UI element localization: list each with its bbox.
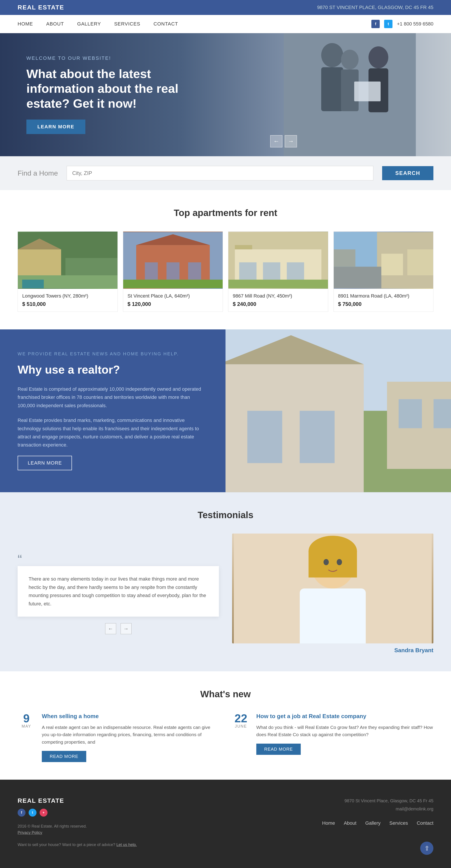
svg-rect-18 [166,262,179,280]
footer-left: REAL ESTATE f t + 2016 © Real Estate. Al… [18,797,219,847]
testimonials-wrapper: Testimonials “ There are so many element… [0,492,451,671]
footer-nav-services[interactable]: Services [389,820,408,826]
apartment-name-3: 9867 Mill Road (NY, 450m²) [233,293,323,299]
read-more-button-2[interactable]: READ MORE [256,744,301,755]
search-button[interactable]: SEARCH [382,166,433,180]
testimonials-right: Sandra Bryant [232,533,433,654]
nav-services[interactable]: SERVICES [114,21,140,27]
main-nav: HOME ABOUT GALLERY SERVICES CONTACT f t … [0,15,451,33]
site-address: 9870 ST VINCENT PLACE, GLASGOW, DC 45 FR… [317,5,433,10]
apartments-grid: Longwood Towers (NY, 280m²) $ 510,000 St… [18,231,433,312]
nav-home[interactable]: HOME [18,21,33,27]
nav-right: f t +1 800 559 6580 [371,20,433,28]
footer-nav-contact[interactable]: Contact [417,820,433,826]
hero-prev-button[interactable]: ← [270,135,282,148]
footer-facebook-icon[interactable]: f [18,809,26,816]
testimonials-title: Testimonials [18,510,433,520]
search-input[interactable] [67,166,373,180]
apartment-image-1 [18,231,117,289]
news-day-2: 22 [232,713,250,724]
news-title-1: When selling a home [42,713,219,720]
apartment-card-3[interactable]: 9867 Mill Road (NY, 450m²) $ 240,000 [228,231,328,312]
facebook-icon[interactable]: f [371,20,380,28]
top-bar: REAL ESTATE 9870 ST VINCENT PLACE, GLASG… [0,0,451,15]
svg-rect-32 [381,254,403,275]
apartment-name-2: St Vincent Place (LA, 640m²) [128,293,219,299]
footer-privacy-link[interactable]: Privacy Policy [18,830,42,835]
read-more-button-1[interactable]: READ MORE [42,751,86,762]
footer-email: mail@demolink.org [232,806,433,811]
svg-point-1 [321,43,343,67]
realtor-heading: Why use a realtor? [18,363,208,376]
testimonial-prev-button[interactable]: ← [105,623,116,634]
hero-heading: What about the latest information about … [26,66,180,111]
footer-twitter-icon[interactable]: t [29,809,36,816]
realtor-text-1: Real Estate is comprised of approximatel… [18,385,208,410]
footer: REAL ESTATE f t + 2016 © Real Estate. Al… [0,780,451,868]
apartment-image-2 [123,231,223,289]
apartment-price-1: $ 510,000 [22,301,113,307]
news-content-2: How to get a job at Real Estate company … [256,713,433,762]
apartment-image-3 [228,231,328,289]
realtor-text-2: Real Estate provides brand marks, market… [18,416,208,449]
svg-point-3 [341,50,359,69]
svg-rect-2 [321,67,343,111]
news-section: What's new 9 MAY When selling a home A r… [0,671,451,780]
news-grid: 9 MAY When selling a home A real estate … [18,713,433,762]
testimonials-section: Testimonials “ There are so many element… [0,492,451,671]
svg-rect-30 [334,267,381,288]
footer-right: 9870 St Vincent Place, Glasgow, DC 45 Fr… [232,797,433,847]
hero-section: WELCOME TO OUR WEBSITE! What about the l… [0,33,451,156]
footer-nav-gallery[interactable]: Gallery [365,820,380,826]
footer-brand: REAL ESTATE [18,797,219,804]
hero-arrows: ← → [270,135,297,148]
news-date-1: 9 MAY [18,713,35,762]
nav-contact[interactable]: CONTACT [153,21,178,27]
svg-rect-41 [399,399,422,428]
apartment-card-4[interactable]: 8901 Marmora Road (LA, 480m²) $ 750,000 [334,231,433,312]
testimonial-nav: ← → [18,623,219,634]
realtor-learn-more-button[interactable]: LEARN MORE [18,456,72,470]
apartment-name-4: 8901 Marmora Road (LA, 480m²) [338,293,429,299]
apartment-price-2: $ 120,000 [128,301,219,307]
svg-rect-13 [22,280,44,288]
testimonial-person-image [232,533,433,644]
hero-learn-more-button[interactable]: LEARN MORE [26,120,85,134]
twitter-icon[interactable]: t [384,20,393,28]
apartment-info-2: St Vincent Place (LA, 640m²) $ 120,000 [123,289,223,312]
apartments-section: Top apartments for rent Longwood Towers … [0,190,451,330]
footer-address: 9870 St Vincent Place, Glasgow, DC 45 Fr… [232,797,433,804]
apartment-card-1[interactable]: Longwood Towers (NY, 280m²) $ 510,000 [18,231,118,312]
news-text-1: A real estate agent can be an indispensa… [42,724,219,746]
nav-about[interactable]: ABOUT [46,21,64,27]
person-svg [232,533,433,644]
testimonial-next-button[interactable]: → [120,623,132,634]
footer-nav-home[interactable]: Home [322,820,335,826]
svg-rect-36 [225,364,364,492]
search-label: Find a Home [18,169,58,177]
footer-nav-about[interactable]: About [344,820,357,826]
back-to-top-button[interactable]: ⇧ [420,842,433,855]
quote-mark: “ [18,553,219,566]
testimonial-person-name: Sandra Bryant [232,647,433,654]
hero-welcome-text: WELCOME TO OUR WEBSITE! [26,55,180,61]
apartment-card-2[interactable]: St Vincent Place (LA, 640m²) $ 120,000 [123,231,223,312]
realtor-tag: WE PROVIDE REAL ESTATE NEWS AND HOME BUY… [18,351,208,356]
testimonial-quote: There are so many elements today in our … [29,575,208,608]
footer-top: REAL ESTATE f t + 2016 © Real Estate. Al… [18,797,433,847]
footer-instagram-icon[interactable]: + [39,809,48,816]
footer-tagline-link[interactable]: Let us help. [116,842,137,847]
apartment-price-3: $ 240,000 [233,301,323,307]
realtor-house-svg [225,330,451,492]
apartment-image-4 [334,231,433,289]
news-date-2: 22 JUNE [232,713,250,762]
news-text-2: What do you think - will Real Estate Co … [256,724,433,738]
svg-rect-27 [228,280,328,288]
nav-links: HOME ABOUT GALLERY SERVICES CONTACT [18,21,178,27]
footer-copyright: 2016 © Real Estate. All rights reserved.… [18,823,219,836]
nav-gallery[interactable]: GALLERY [77,21,101,27]
apartment-info-3: 9867 Mill Road (NY, 450m²) $ 240,000 [228,289,328,312]
hero-next-button[interactable]: → [285,135,297,148]
hero-people-svg [284,33,416,156]
news-content-1: When selling a home A real estate agent … [42,713,219,762]
